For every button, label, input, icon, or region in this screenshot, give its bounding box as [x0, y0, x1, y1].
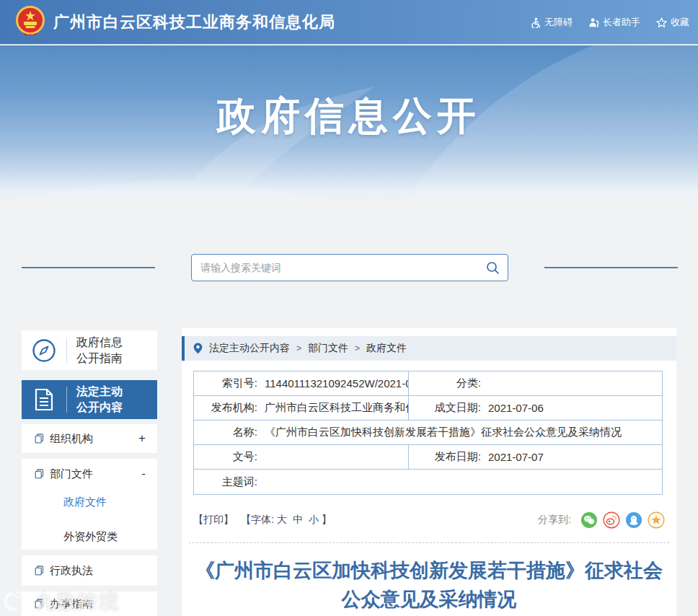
- article-toolbar: 【打印】 【字体: 大 中 小 】 分享到:: [193, 511, 665, 529]
- publish-date-value: 2021-07-07: [481, 451, 544, 463]
- pages-icon: [35, 599, 44, 609]
- table-row: 主题词:: [194, 470, 662, 494]
- elder-assistant-icon: [588, 17, 599, 28]
- law-enforcement-label: 行政执法: [50, 564, 146, 578]
- banner-title: 政府信息公开: [0, 90, 698, 143]
- keywords-label: 主题词:: [194, 475, 257, 489]
- document-number-label: 文号:: [194, 450, 257, 464]
- table-row: 发布机构: 广州市白云区科技工业商务和信息化局 成文日期: 2021-07-06: [194, 396, 662, 421]
- sidebar-guide-label: 政府信息公开指南: [67, 335, 123, 366]
- document-icon: [33, 388, 55, 411]
- pages-icon: [35, 434, 44, 444]
- page: 广州市白云区科技工业商务和信息化局 无障碍 长者助手: [0, 0, 698, 616]
- sidebar-item-organization[interactable]: 组织机构 +: [22, 424, 157, 453]
- font-size-suffix: 】: [322, 514, 332, 527]
- sidebar-card-organization: 组织机构 +: [22, 424, 157, 453]
- accessibility-link[interactable]: 无障碍: [530, 16, 573, 29]
- qzone-share-button[interactable]: [648, 511, 665, 529]
- qq-share-button[interactable]: [625, 511, 642, 529]
- search-input[interactable]: [192, 262, 477, 273]
- sidebar-card-law-enforcement: 行政执法: [22, 555, 157, 586]
- qq-icon: [625, 511, 642, 529]
- expand-icon[interactable]: +: [138, 431, 146, 446]
- collapse-icon[interactable]: -: [141, 467, 146, 481]
- written-date-label: 成文日期:: [409, 401, 481, 415]
- accessibility-icon: [530, 17, 541, 28]
- site-title[interactable]: 广州市白云区科技工业商务和信息化局: [53, 0, 335, 45]
- breadcrumb-item-statutory[interactable]: 法定主动公开内容: [209, 342, 290, 355]
- sidebar-subitem-foreign-trade[interactable]: 外资外贸类: [22, 518, 157, 550]
- sidebar-item-law-enforcement[interactable]: 行政执法: [22, 555, 157, 586]
- search-divider-left: [22, 267, 155, 268]
- breadcrumb-separator: >: [355, 343, 360, 353]
- search-icon: [486, 261, 500, 275]
- wechat-share-button[interactable]: [580, 511, 598, 529]
- search-button[interactable]: [477, 255, 508, 281]
- category-label: 分类:: [409, 377, 481, 390]
- font-size-small-button[interactable]: 小: [309, 514, 319, 527]
- index-number-value: 11440111321092452W/2021-00154: [257, 377, 408, 390]
- wechat-icon: [580, 511, 598, 529]
- elder-assistant-label: 长者助手: [603, 16, 640, 29]
- breadcrumb-item-government-files[interactable]: 政府文件: [366, 342, 407, 355]
- index-number-label: 索引号:: [194, 377, 257, 390]
- elder-assistant-link[interactable]: 长者助手: [588, 16, 640, 29]
- search-divider-right: [544, 267, 678, 268]
- table-row: 名称: 《广州市白云区加快科技创新发展若干措施》征求社会公众意见及采纳情况: [194, 421, 662, 445]
- breadcrumb-separator: >: [296, 343, 301, 353]
- sidebar-card-department-files: 部门文件 - 政府文件 外资外贸类: [22, 459, 157, 550]
- banner: 政府信息公开: [0, 45, 698, 204]
- sidebar-card-service-guide: 办事指南: [22, 591, 157, 616]
- document-name-value: 《广州市白云区加快科技创新发展若干措施》征求社会公众意见及采纳情况: [257, 426, 622, 439]
- article-title: 《广州市白云区加快科技创新发展若干措施》征求社会公众意见及采纳情况: [191, 556, 667, 614]
- sidebar-item-statutory-disclosure[interactable]: 法定主动公开内容: [22, 380, 157, 419]
- accessibility-label: 无障碍: [544, 16, 573, 29]
- issuing-agency-value: 广州市白云区科技工业商务和信息化局: [257, 401, 408, 415]
- weibo-share-button[interactable]: [603, 511, 620, 529]
- favorite-label: 收藏: [671, 16, 689, 29]
- favorite-link[interactable]: 收藏: [656, 16, 689, 29]
- breadcrumb-item-department-files[interactable]: 部门文件: [308, 342, 348, 355]
- publish-date-label: 发布日期:: [409, 450, 481, 464]
- sidebar-item-service-guide[interactable]: 办事指南: [22, 591, 157, 616]
- written-date-value: 2021-07-06: [481, 402, 544, 414]
- pages-icon: [35, 566, 44, 576]
- dashed-divider: [189, 542, 669, 543]
- sidebar-subitem-government-files[interactable]: 政府文件: [22, 489, 157, 518]
- search-box: [191, 254, 508, 281]
- share-label: 分享到:: [538, 514, 571, 527]
- service-guide-label: 办事指南: [50, 597, 146, 611]
- sidebar-statutory-label: 法定主动公开内容: [67, 384, 123, 415]
- top-bar: 广州市白云区科技工业商务和信息化局 无障碍 长者助手: [0, 0, 698, 45]
- national-emblem-icon: [15, 6, 45, 39]
- pages-icon: [35, 469, 44, 479]
- table-row: 索引号: 11440111321092452W/2021-00154 分类:: [194, 371, 662, 396]
- font-size-prefix: 【字体:: [241, 514, 274, 527]
- organization-label: 组织机构: [50, 432, 138, 446]
- table-row: 文号: 发布日期: 2021-07-07: [194, 445, 662, 470]
- font-size-large-button[interactable]: 大: [277, 514, 287, 527]
- compass-icon: [32, 338, 56, 363]
- qzone-icon: [648, 511, 665, 529]
- issuing-agency-label: 发布机构:: [194, 401, 257, 415]
- sidebar-item-department-files[interactable]: 部门文件 -: [22, 459, 157, 489]
- document-info-table: 索引号: 11440111321092452W/2021-00154 分类: 发…: [193, 371, 663, 495]
- star-icon: [656, 17, 667, 28]
- main-content: 法定主动公开内容 > 部门文件 > 政府文件 索引号: 114401113210…: [182, 328, 676, 616]
- topbar-links: 无障碍 长者助手 收藏: [530, 0, 689, 45]
- document-name-label: 名称:: [194, 426, 257, 439]
- breadcrumb: 法定主动公开内容 > 部门文件 > 政府文件: [182, 336, 676, 361]
- location-pin-icon: [193, 343, 203, 354]
- weibo-icon: [603, 511, 620, 529]
- sidebar-item-guide[interactable]: 政府信息公开指南: [22, 330, 157, 370]
- department-files-label: 部门文件: [50, 467, 141, 481]
- font-size-medium-button[interactable]: 中: [293, 514, 303, 527]
- print-button[interactable]: 【打印】: [193, 514, 234, 527]
